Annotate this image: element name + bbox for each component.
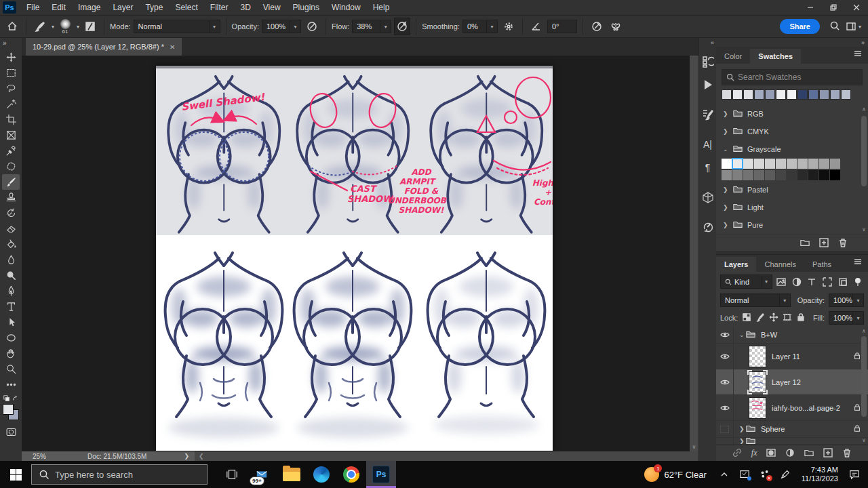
- taskbar-clock[interactable]: 7:43 AM 11/13/2023: [799, 466, 841, 483]
- grayscale-swatch-0-10[interactable]: [830, 159, 840, 169]
- history-brush-tool-icon[interactable]: [2, 205, 20, 221]
- path-selection-tool-icon[interactable]: [2, 314, 20, 330]
- filter-adjustment-layers-icon[interactable]: [791, 275, 803, 289]
- menu-item-type[interactable]: Type: [139, 0, 169, 15]
- lock-pixels-icon[interactable]: [755, 312, 765, 323]
- brush-tool-icon[interactable]: [2, 174, 20, 190]
- layer-thumbnail[interactable]: [749, 346, 766, 367]
- new-swatch-icon[interactable]: [819, 238, 829, 249]
- recent-swatch-5[interactable]: [776, 89, 786, 100]
- vertical-scrollbar[interactable]: ∨: [690, 56, 698, 451]
- tab-channels[interactable]: Channels: [756, 257, 804, 272]
- filter-image-layers-icon[interactable]: [776, 275, 788, 289]
- minimize-button[interactable]: [799, 0, 822, 15]
- file-explorer-button[interactable]: [277, 461, 307, 488]
- grayscale-swatch-0-6[interactable]: [787, 159, 797, 169]
- 3d-panel-icon[interactable]: [700, 188, 716, 206]
- grayscale-swatch-0-9[interactable]: [819, 159, 829, 169]
- grayscale-swatch-0-4[interactable]: [765, 159, 775, 169]
- menu-item-image[interactable]: Image: [72, 0, 106, 15]
- filter-smart-objects-icon[interactable]: [837, 275, 849, 289]
- swatch-group-cmyk[interactable]: ❯ CMYK: [716, 123, 868, 140]
- grayscale-swatch-0-0[interactable]: [722, 159, 732, 169]
- menu-item-layer[interactable]: Layer: [106, 0, 139, 15]
- tab-paths[interactable]: Paths: [804, 257, 840, 272]
- lock-position-icon[interactable]: [769, 312, 778, 323]
- recent-swatch-6[interactable]: [787, 89, 797, 100]
- filter-kind-select[interactable]: Kind▾: [720, 274, 772, 289]
- grayscale-swatch-1-1[interactable]: [732, 170, 743, 180]
- healing-brush-tool-icon[interactable]: [2, 159, 20, 174]
- layer-row-partial[interactable]: ❯: [716, 438, 868, 445]
- zoom-level-field[interactable]: 25%: [22, 453, 56, 460]
- swatch-group-grayscale[interactable]: ⌄ Grayscale: [716, 140, 868, 158]
- new-group-icon[interactable]: [804, 448, 814, 459]
- brush-settings-panel-icon[interactable]: [700, 106, 716, 123]
- mode-select[interactable]: Normal▾: [134, 20, 220, 33]
- menu-item-3d[interactable]: 3D: [234, 0, 256, 15]
- grayscale-swatch-0-2[interactable]: [743, 159, 753, 169]
- workspace-switcher-icon[interactable]: ▾: [846, 21, 861, 32]
- frame-tool-icon[interactable]: [2, 127, 20, 143]
- photoshop-taskbar-button[interactable]: Ps: [366, 461, 396, 488]
- new-layer-icon[interactable]: [823, 448, 833, 459]
- snip-tool-tray-icon[interactable]: [738, 468, 751, 481]
- layer-style-fx-icon[interactable]: fx: [751, 448, 757, 458]
- menu-item-view[interactable]: View: [257, 0, 287, 15]
- paragraph-panel-icon[interactable]: ¶: [700, 159, 716, 176]
- pressure-size-icon[interactable]: [589, 18, 605, 35]
- grayscale-swatch-0-7[interactable]: [797, 159, 808, 169]
- recent-swatch-0[interactable]: [722, 89, 732, 100]
- recent-swatch-8[interactable]: [808, 89, 818, 100]
- tab-color[interactable]: Color: [716, 49, 750, 64]
- swatch-group-pastel[interactable]: ❯ Pastel: [716, 181, 868, 199]
- swatches-search-field[interactable]: [722, 69, 863, 85]
- action-center-icon[interactable]: [848, 468, 861, 481]
- delete-layer-icon[interactable]: [842, 448, 852, 459]
- grayscale-swatch-1-8[interactable]: [808, 170, 818, 180]
- blur-tool-icon[interactable]: [2, 252, 20, 268]
- lock-artboard-icon[interactable]: [783, 312, 792, 323]
- search-icon[interactable]: [829, 20, 840, 33]
- grayscale-swatch-0-8[interactable]: [808, 159, 818, 169]
- menu-item-filter[interactable]: Filter: [204, 0, 235, 15]
- default-swap-colors-icons[interactable]: [2, 395, 20, 402]
- brush-tool-preset-icon[interactable]: [32, 18, 48, 35]
- grayscale-swatch-1-2[interactable]: [743, 170, 753, 180]
- layer-row-layer-11[interactable]: Layer 11: [716, 344, 868, 369]
- type-tool-icon[interactable]: [2, 299, 20, 314]
- art-history-panel-icon[interactable]: [700, 218, 716, 236]
- recent-swatch-3[interactable]: [754, 89, 764, 100]
- scroll-up-icon[interactable]: ∧: [861, 328, 867, 334]
- symmetry-butterfly-icon[interactable]: [608, 18, 624, 35]
- recent-swatch-1[interactable]: [732, 89, 743, 100]
- layers-panel-menu-icon[interactable]: [848, 257, 868, 272]
- layer-name[interactable]: B+W: [761, 331, 777, 339]
- filter-type-layers-icon[interactable]: [806, 275, 818, 289]
- recent-swatch-2[interactable]: [743, 89, 753, 100]
- grayscale-swatch-1-10[interactable]: [830, 170, 840, 180]
- tray-expand-chevron-icon[interactable]: [717, 468, 731, 481]
- swatches-search-input[interactable]: [738, 73, 858, 82]
- collapse-panels-chevron-icon[interactable]: «: [709, 38, 716, 50]
- visibility-eye-icon[interactable]: [716, 344, 734, 369]
- foreground-background-color-swatches[interactable]: [2, 404, 20, 422]
- layer-fill-select[interactable]: 100%▾: [829, 311, 864, 325]
- visibility-eye-empty[interactable]: [716, 421, 734, 437]
- smoothing-select[interactable]: 0%▾: [462, 20, 498, 33]
- home-icon[interactable]: [4, 18, 20, 35]
- hand-tool-icon[interactable]: [2, 346, 20, 361]
- quick-mask-mode-icon[interactable]: [2, 424, 20, 440]
- grayscale-swatch-0-3[interactable]: [754, 159, 764, 169]
- layer-row-group-bw[interactable]: ⌄ B+W: [716, 327, 868, 344]
- recent-swatch-7[interactable]: [797, 89, 808, 100]
- layer-name[interactable]: iahfy-boo...al-page-2: [772, 404, 840, 412]
- layer-thumbnail[interactable]: [749, 397, 766, 419]
- canvas[interactable]: Swell Shadow! CAST SHADOW ADD ARMPIT FOL…: [156, 66, 553, 451]
- grayscale-swatch-1-4[interactable]: [765, 170, 775, 180]
- swatch-group-rgb[interactable]: ❯ RGB: [716, 105, 868, 123]
- swatches-panel-menu-icon[interactable]: [848, 49, 868, 64]
- weather-widget[interactable]: 1 62°F Clear: [640, 467, 710, 482]
- menu-item-plugins[interactable]: Plugins: [287, 0, 326, 15]
- grayscale-swatch-1-0[interactable]: [722, 170, 732, 180]
